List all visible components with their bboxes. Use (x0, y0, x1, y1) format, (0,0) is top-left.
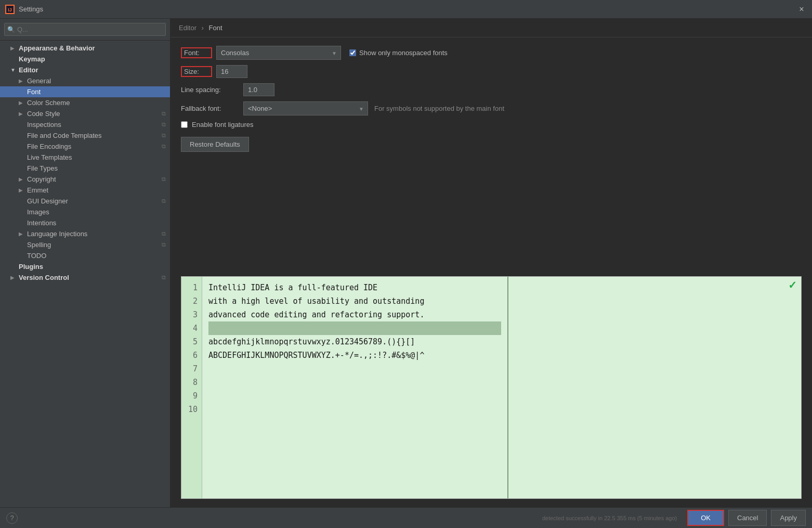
line-num-5: 5 (181, 335, 202, 349)
ligatures-checkbox[interactable] (181, 121, 188, 128)
preview-code: IntelliJ IDEA is a full-featured IDE wit… (202, 277, 507, 499)
line-num-4: 4 (181, 321, 202, 335)
sidebar-item-label: Copyright (27, 175, 56, 183)
breadcrumb: Editor › Font (171, 19, 812, 37)
sidebar-item-keymap[interactable]: Keymap (0, 54, 170, 65)
sidebar-item-file-encodings[interactable]: File Encodings ⧉ (0, 141, 170, 152)
line-num-1: 1 (181, 281, 202, 294)
checkmark-icon: ✓ (788, 279, 797, 291)
line-spacing-input[interactable] (243, 83, 274, 96)
copy-icon: ⧉ (162, 198, 166, 204)
line-spacing-row: Line spacing: (181, 83, 802, 96)
fallback-hint: For symbols not supported by the main fo… (374, 105, 504, 112)
preview-line-8 (208, 376, 501, 389)
sidebar-item-version-control[interactable]: ▶ Version Control ⧉ (0, 272, 170, 283)
sidebar-item-file-code-templates[interactable]: File and Code Templates ⧉ (0, 130, 170, 141)
sidebar-item-language-injections[interactable]: ▶ Language Injections ⧉ (0, 228, 170, 239)
preview-gutter: 1 2 3 4 5 6 7 8 9 10 (181, 277, 202, 499)
fallback-font-label: Fallback font: (181, 105, 243, 112)
sidebar-item-label: Images (27, 208, 49, 216)
search-wrapper: 🔍 (4, 23, 166, 36)
sidebar-item-label: GUI Designer (27, 197, 68, 205)
sidebar-item-live-templates[interactable]: Live Templates (0, 152, 170, 163)
preview-line-5: abcdefghijklmnopqrstuvwxyz.0123456789.()… (208, 335, 501, 349)
arrow-icon: ▶ (19, 187, 27, 193)
cancel-button[interactable]: Cancel (728, 510, 767, 526)
line-num-9: 9 (181, 389, 202, 403)
content-area: Editor › Font Font: Consolas ▼ Show only… (171, 19, 812, 507)
ligatures-row: Enable font ligatures (181, 121, 802, 128)
copy-icon: ⧉ (162, 143, 166, 150)
arrow-icon: ▼ (10, 67, 19, 73)
search-icon: 🔍 (7, 26, 15, 33)
line-num-2: 2 (181, 294, 202, 308)
sidebar-item-copyright[interactable]: ▶ Copyright ⧉ (0, 174, 170, 185)
sidebar-item-label: Keymap (19, 55, 45, 63)
preview-line-7 (208, 362, 501, 376)
sidebar-item-intentions[interactable]: Intentions (0, 217, 170, 228)
font-label: Font: (181, 47, 212, 58)
sidebar-item-label: Appearance & Behavior (19, 44, 95, 52)
sidebar-item-label: Live Templates (27, 153, 72, 161)
copy-icon: ⧉ (162, 132, 166, 139)
arrow-icon: ▶ (10, 275, 19, 280)
breadcrumb-current: Font (209, 24, 222, 32)
copy-icon: ⧉ (162, 241, 166, 248)
preview-line-4 (208, 321, 501, 335)
sidebar-item-appearance[interactable]: ▶ Appearance & Behavior (0, 43, 170, 54)
sidebar-item-label: Version Control (19, 274, 69, 281)
sidebar-item-plugins[interactable]: Plugins (0, 261, 170, 272)
preview-right: ✓ (508, 277, 801, 499)
sidebar-item-images[interactable]: Images (0, 207, 170, 217)
search-box: 🔍 (0, 19, 170, 41)
arrow-icon: ▶ (19, 78, 27, 84)
sidebar-item-gui-designer[interactable]: GUI Designer ⧉ (0, 196, 170, 207)
arrow-icon: ▶ (19, 100, 27, 106)
sidebar-item-label: Plugins (19, 263, 43, 271)
preview-line-9 (208, 389, 501, 403)
monospace-checkbox-row: Show only monospaced fonts (349, 49, 448, 57)
preview-area: 1 2 3 4 5 6 7 8 9 10 IntelliJ IDEA is a … (181, 276, 802, 499)
font-dropdown-wrapper: Consolas ▼ (216, 46, 341, 60)
sidebar-item-todo[interactable]: TODO (0, 250, 170, 261)
monospace-label: Show only monospaced fonts (359, 49, 448, 57)
apply-button[interactable]: Apply (771, 510, 806, 526)
sidebar-item-label: Language Injections (27, 230, 87, 238)
fallback-font-dropdown[interactable]: <None> (243, 101, 368, 115)
sidebar-item-spelling[interactable]: Spelling ⧉ (0, 239, 170, 250)
close-button[interactable]: × (796, 4, 807, 15)
sidebar-item-label: File Types (27, 164, 58, 172)
status-text: detected successfully in 22.5 355 ms (5 … (542, 515, 677, 521)
settings-panel: Font: Consolas ▼ Show only monospaced fo… (171, 37, 812, 276)
sidebar-item-code-style[interactable]: ▶ Code Style ⧉ (0, 108, 170, 119)
line-spacing-label: Line spacing: (181, 86, 243, 94)
arrow-icon: ▶ (19, 111, 27, 117)
font-dropdown[interactable]: Consolas (216, 46, 341, 60)
help-button[interactable]: ? (6, 512, 18, 524)
sidebar-item-emmet[interactable]: ▶ Emmet (0, 185, 170, 196)
ok-button[interactable]: OK (687, 510, 724, 526)
sidebar-item-editor[interactable]: ▼ Editor (0, 65, 170, 75)
size-input[interactable] (216, 65, 247, 78)
bottom-bar: ? detected successfully in 22.5 355 ms (… (0, 507, 812, 528)
fallback-font-row: Fallback font: <None> ▼ For symbols not … (181, 101, 802, 115)
preview-line-10 (208, 403, 501, 416)
sidebar-item-label: Font (27, 88, 41, 96)
sidebar-item-general[interactable]: ▶ General (0, 75, 170, 86)
sidebar-item-font[interactable]: Font (0, 86, 170, 97)
sidebar-item-inspections[interactable]: Inspections ⧉ (0, 119, 170, 130)
sidebar-item-label: TODO (27, 252, 46, 260)
sidebar-item-color-scheme[interactable]: ▶ Color Scheme (0, 97, 170, 108)
search-input[interactable] (4, 23, 166, 36)
sidebar-item-file-types[interactable]: File Types (0, 163, 170, 174)
sidebar-item-label: Code Style (27, 110, 60, 118)
sidebar-item-label: File and Code Templates (27, 132, 102, 139)
sidebar-item-label: Color Scheme (27, 99, 70, 107)
fallback-font-dropdown-wrapper: <None> ▼ (243, 101, 368, 115)
restore-defaults-button[interactable]: Restore Defaults (181, 137, 249, 152)
sidebar-item-label: File Encodings (27, 143, 71, 150)
app-icon: IJ (5, 5, 15, 14)
font-row: Font: Consolas ▼ Show only monospaced fo… (181, 46, 802, 60)
monospace-checkbox[interactable] (349, 49, 356, 56)
copy-icon: ⧉ (162, 176, 166, 183)
